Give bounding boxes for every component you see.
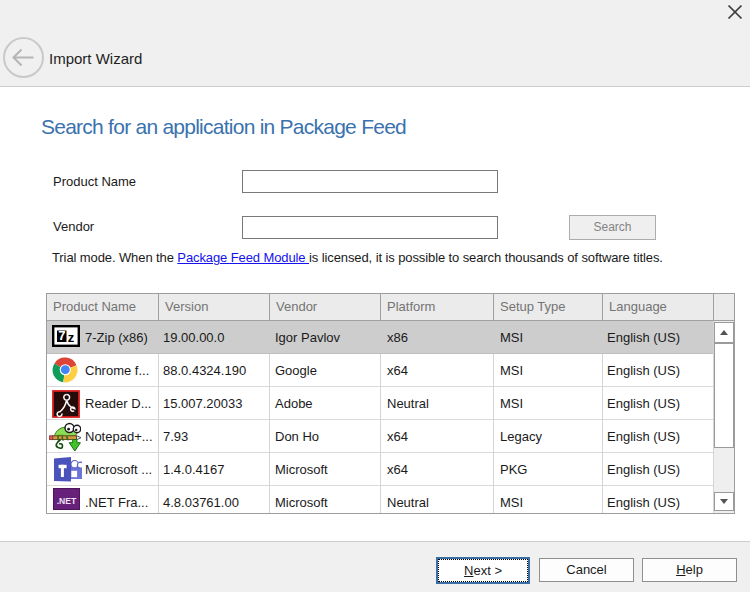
svg-text:z: z [68, 330, 75, 345]
svg-text:7: 7 [58, 328, 65, 343]
svg-text:.NET: .NET [57, 496, 77, 506]
